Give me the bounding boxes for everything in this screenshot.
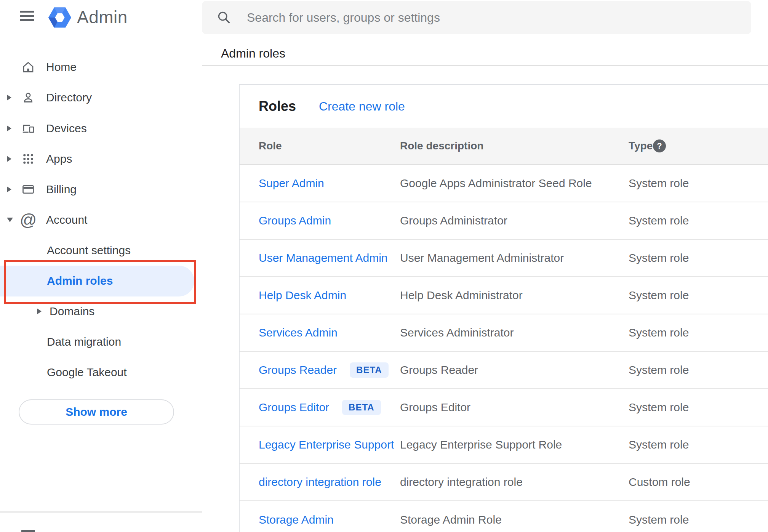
table-row: Groups ReaderBETA Groups Reader System r…	[240, 352, 768, 389]
clipped-icon	[21, 530, 35, 532]
create-new-role-link[interactable]: Create new role	[319, 99, 405, 114]
role-description: Services Administrator	[400, 326, 514, 339]
expand-arrow-icon[interactable]	[7, 186, 11, 192]
role-type: System role	[629, 252, 689, 264]
table-row: Groups EditorBETA Groups Editor System r…	[240, 389, 768, 426]
search-input[interactable]: Search for users, groups or settings	[202, 1, 751, 34]
roles-card: Roles Create new role Role Role descript…	[239, 84, 768, 532]
expand-arrow-icon[interactable]	[7, 156, 11, 162]
role-type: System role	[629, 364, 689, 377]
role-description: Groups Administrator	[400, 214, 507, 227]
sidebar-item-label: Account settings	[47, 244, 131, 257]
role-link[interactable]: User Management Admin	[259, 252, 388, 264]
table-row: Help Desk Admin Help Desk Administrator …	[240, 277, 768, 314]
search-icon	[216, 10, 232, 25]
table-row: Legacy Enterprise Support Legacy Enterpr…	[240, 426, 768, 464]
sidebar-item-google-takeout[interactable]: Google Takeout	[0, 361, 202, 384]
role-description: Help Desk Administrator	[400, 289, 523, 302]
card-header: Roles Create new role	[240, 85, 768, 128]
table-row: User Management Admin User Management Ad…	[240, 240, 768, 277]
sidebar-bottom-divider	[0, 511, 202, 513]
role-description: directory integration role	[400, 476, 523, 489]
help-icon[interactable]: ?	[653, 139, 666, 152]
apps-grid-icon	[21, 151, 36, 167]
sidebar-item-label: Home	[46, 61, 77, 74]
table-row: Services Admin Services Administrator Sy…	[240, 314, 768, 352]
expand-arrow-icon[interactable]	[7, 125, 11, 131]
sidebar-item-data-migration[interactable]: Data migration	[0, 330, 202, 353]
person-icon	[21, 90, 36, 105]
role-description: Google Apps Administrator Seed Role	[400, 177, 592, 190]
role-type: System role	[629, 177, 689, 190]
sidebar-item-home[interactable]: Home	[0, 56, 202, 79]
app-title: Admin	[77, 7, 128, 27]
sidebar-item-domains[interactable]: Domains	[0, 300, 202, 323]
role-type: System role	[629, 438, 689, 451]
sidebar-item-label: Devices	[46, 122, 87, 135]
sidebar-item-label: Domains	[50, 305, 94, 318]
sidebar-item-apps[interactable]: Apps	[0, 147, 202, 170]
role-link[interactable]: Legacy Enterprise Support	[259, 438, 394, 451]
table-row: Super Admin Google Apps Administrator Se…	[240, 165, 768, 202]
role-description: Legacy Enterprise Support Role	[400, 438, 562, 451]
role-link-text: Groups Editor	[259, 401, 329, 414]
role-description: Groups Reader	[400, 364, 478, 377]
role-type: System role	[629, 513, 689, 526]
beta-badge: BETA	[342, 400, 381, 415]
role-description: Groups Editor	[400, 401, 470, 414]
role-link[interactable]: directory integration role	[259, 476, 381, 489]
sidebar-item-label: Data migration	[47, 335, 121, 348]
role-type: System role	[629, 289, 689, 302]
role-link[interactable]: Groups Admin	[259, 214, 331, 227]
card-title: Roles	[259, 98, 296, 114]
beta-badge: BETA	[350, 362, 389, 378]
sidebar-item-directory[interactable]: Directory	[0, 86, 202, 109]
table-row: Groups Admin Groups Administrator System…	[240, 202, 768, 240]
role-link[interactable]: Groups ReaderBETA	[259, 362, 389, 378]
column-header-description: Role description	[400, 140, 483, 152]
role-link[interactable]: Storage Admin	[259, 513, 334, 526]
role-type: System role	[629, 401, 689, 414]
table-row: directory integration role directory int…	[240, 464, 768, 501]
show-more-button[interactable]: Show more	[19, 399, 174, 425]
role-type: System role	[629, 214, 689, 227]
admin-logo-icon	[48, 7, 71, 28]
menu-hamburger-icon[interactable]	[20, 11, 34, 21]
credit-card-icon	[21, 182, 36, 197]
role-link[interactable]: Help Desk Admin	[259, 289, 346, 302]
sidebar-item-label: Directory	[46, 91, 92, 104]
collapse-arrow-icon[interactable]	[7, 218, 13, 222]
role-link[interactable]: Groups EditorBETA	[259, 400, 381, 415]
sidebar-item-label: Apps	[46, 152, 72, 165]
role-link[interactable]: Super Admin	[259, 177, 324, 190]
header-divider	[202, 65, 768, 66]
role-description: User Management Administrator	[400, 252, 564, 264]
role-type: Custom role	[629, 476, 690, 489]
expand-arrow-icon[interactable]	[7, 95, 11, 101]
role-link-text: Groups Reader	[259, 364, 337, 377]
column-header-type: Type	[629, 140, 653, 152]
role-type: System role	[629, 326, 689, 339]
sidebar-item-label: Google Takeout	[47, 366, 127, 379]
role-description: Storage Admin Role	[400, 513, 502, 526]
annotation-highlight-box	[4, 260, 196, 304]
sidebar-item-account[interactable]: @ Account	[0, 208, 202, 231]
sidebar-item-billing[interactable]: Billing	[0, 178, 202, 201]
column-header-role: Role	[259, 140, 282, 152]
table-row: Storage Admin Storage Admin Role System …	[240, 501, 768, 532]
sidebar: Admin Home Directory	[0, 0, 202, 532]
sidebar-item-account-settings[interactable]: Account settings	[0, 239, 202, 262]
table-header-row: Role Role description Type ?	[240, 128, 768, 165]
home-icon	[21, 59, 36, 75]
sidebar-item-devices[interactable]: Devices	[0, 117, 202, 140]
search-placeholder: Search for users, groups or settings	[247, 11, 440, 25]
role-link[interactable]: Services Admin	[259, 326, 338, 339]
breadcrumb: Admin roles	[221, 46, 285, 61]
sidebar-item-label: Billing	[46, 183, 77, 196]
at-sign-icon: @	[21, 212, 36, 228]
expand-arrow-icon[interactable]	[37, 308, 42, 314]
devices-icon	[21, 121, 36, 136]
sidebar-item-label: Account	[46, 213, 87, 226]
